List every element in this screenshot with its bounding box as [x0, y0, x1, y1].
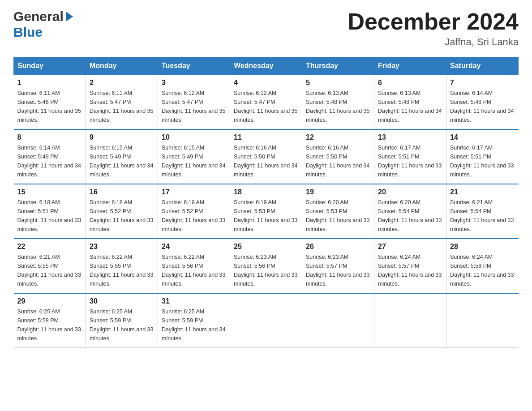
day-cell: 20 Sunrise: 6:20 AMSunset: 5:54 PMDaylig… — [374, 184, 446, 239]
header-row: SundayMondayTuesdayWednesdayThursdayFrid… — [14, 57, 519, 75]
day-number: 12 — [306, 133, 370, 141]
day-cell: 12 Sunrise: 6:16 AMSunset: 5:50 PMDaylig… — [302, 129, 374, 184]
day-info: Sunrise: 6:12 AMSunset: 5:47 PMDaylight:… — [234, 89, 298, 124]
day-cell: 21 Sunrise: 6:21 AMSunset: 5:54 PMDaylig… — [446, 184, 519, 239]
header-cell-monday: Monday — [86, 57, 158, 75]
day-info: Sunrise: 6:16 AMSunset: 5:50 PMDaylight:… — [234, 143, 298, 179]
day-cell: 13 Sunrise: 6:17 AMSunset: 5:51 PMDaylig… — [374, 129, 446, 184]
day-number: 26 — [306, 243, 370, 251]
day-number: 31 — [162, 297, 226, 305]
day-info: Sunrise: 6:22 AMSunset: 5:56 PMDaylight:… — [162, 253, 226, 288]
header-cell-tuesday: Tuesday — [158, 57, 230, 75]
day-cell: 10 Sunrise: 6:15 AMSunset: 5:49 PMDaylig… — [158, 129, 230, 184]
day-number: 25 — [234, 243, 298, 251]
day-cell: 31 Sunrise: 6:25 AMSunset: 5:59 PMDaylig… — [158, 293, 230, 348]
calendar-body: 1 Sunrise: 6:11 AMSunset: 5:46 PMDayligh… — [14, 75, 519, 348]
day-number: 16 — [90, 188, 154, 196]
day-number: 23 — [90, 243, 154, 251]
header-cell-sunday: Sunday — [14, 57, 86, 75]
header-cell-saturday: Saturday — [446, 57, 519, 75]
header-cell-wednesday: Wednesday — [230, 57, 302, 75]
logo-blue-text: Blue — [13, 25, 43, 39]
week-row-3: 15 Sunrise: 6:18 AMSunset: 5:51 PMDaylig… — [14, 184, 519, 239]
day-info: Sunrise: 6:24 AMSunset: 5:57 PMDaylight:… — [378, 253, 442, 288]
day-info: Sunrise: 6:13 AMSunset: 5:48 PMDaylight:… — [306, 89, 370, 124]
day-number: 14 — [450, 133, 515, 141]
calendar-header: SundayMondayTuesdayWednesdayThursdayFrid… — [14, 57, 519, 75]
day-cell: 19 Sunrise: 6:20 AMSunset: 5:53 PMDaylig… — [302, 184, 374, 239]
day-cell: 9 Sunrise: 6:15 AMSunset: 5:49 PMDayligh… — [86, 129, 158, 184]
day-info: Sunrise: 6:19 AMSunset: 5:53 PMDaylight:… — [234, 198, 298, 234]
day-info: Sunrise: 6:15 AMSunset: 5:49 PMDaylight:… — [162, 143, 226, 179]
day-info: Sunrise: 6:25 AMSunset: 5:59 PMDaylight:… — [90, 307, 154, 343]
day-info: Sunrise: 6:15 AMSunset: 5:49 PMDaylight:… — [90, 143, 154, 179]
day-number: 22 — [17, 243, 82, 251]
day-info: Sunrise: 6:22 AMSunset: 5:55 PMDaylight:… — [90, 253, 154, 288]
day-cell: 28 Sunrise: 6:24 AMSunset: 5:58 PMDaylig… — [446, 239, 519, 293]
day-number: 19 — [306, 188, 370, 196]
logo: General Blue — [13, 9, 73, 40]
day-cell: 23 Sunrise: 6:22 AMSunset: 5:55 PMDaylig… — [86, 239, 158, 293]
day-cell: 5 Sunrise: 6:13 AMSunset: 5:48 PMDayligh… — [302, 75, 374, 129]
page-header: General Blue December 2024 Jaffna, Sri L… — [13, 9, 519, 48]
day-number: 2 — [90, 79, 154, 87]
day-info: Sunrise: 6:23 AMSunset: 5:57 PMDaylight:… — [306, 253, 370, 288]
day-info: Sunrise: 6:20 AMSunset: 5:54 PMDaylight:… — [378, 198, 442, 234]
day-cell: 7 Sunrise: 6:14 AMSunset: 5:48 PMDayligh… — [446, 75, 519, 129]
day-number: 18 — [234, 188, 298, 196]
day-cell: 30 Sunrise: 6:25 AMSunset: 5:59 PMDaylig… — [86, 293, 158, 348]
week-row-2: 8 Sunrise: 6:14 AMSunset: 5:49 PMDayligh… — [14, 129, 519, 184]
day-number: 8 — [17, 133, 82, 141]
day-cell — [446, 293, 519, 348]
day-info: Sunrise: 6:19 AMSunset: 5:52 PMDaylight:… — [162, 198, 226, 234]
day-info: Sunrise: 6:12 AMSunset: 5:47 PMDaylight:… — [162, 89, 226, 124]
day-cell — [374, 293, 446, 348]
day-info: Sunrise: 6:25 AMSunset: 5:58 PMDaylight:… — [17, 307, 82, 343]
day-cell: 22 Sunrise: 6:21 AMSunset: 5:55 PMDaylig… — [14, 239, 86, 293]
day-info: Sunrise: 6:23 AMSunset: 5:56 PMDaylight:… — [234, 253, 298, 288]
week-row-1: 1 Sunrise: 6:11 AMSunset: 5:46 PMDayligh… — [14, 75, 519, 129]
day-cell: 27 Sunrise: 6:24 AMSunset: 5:57 PMDaylig… — [374, 239, 446, 293]
header-cell-thursday: Thursday — [302, 57, 374, 75]
day-info: Sunrise: 6:13 AMSunset: 5:48 PMDaylight:… — [378, 89, 442, 124]
day-number: 5 — [306, 79, 370, 87]
day-info: Sunrise: 6:18 AMSunset: 5:52 PMDaylight:… — [90, 198, 154, 234]
calendar-table: SundayMondayTuesdayWednesdayThursdayFrid… — [13, 57, 519, 348]
day-info: Sunrise: 6:21 AMSunset: 5:55 PMDaylight:… — [17, 253, 82, 288]
day-cell: 25 Sunrise: 6:23 AMSunset: 5:56 PMDaylig… — [230, 239, 302, 293]
logo-general-text: General — [13, 9, 64, 25]
day-info: Sunrise: 6:18 AMSunset: 5:51 PMDaylight:… — [17, 198, 82, 234]
day-cell — [230, 293, 302, 348]
day-cell: 4 Sunrise: 6:12 AMSunset: 5:47 PMDayligh… — [230, 75, 302, 129]
day-info: Sunrise: 6:25 AMSunset: 5:59 PMDaylight:… — [162, 307, 226, 343]
day-cell: 15 Sunrise: 6:18 AMSunset: 5:51 PMDaylig… — [14, 184, 86, 239]
day-number: 3 — [162, 79, 226, 87]
day-info: Sunrise: 6:14 AMSunset: 5:48 PMDaylight:… — [450, 89, 515, 124]
day-number: 13 — [378, 133, 442, 141]
day-info: Sunrise: 6:24 AMSunset: 5:58 PMDaylight:… — [450, 253, 515, 288]
day-cell: 24 Sunrise: 6:22 AMSunset: 5:56 PMDaylig… — [158, 239, 230, 293]
day-info: Sunrise: 6:11 AMSunset: 5:47 PMDaylight:… — [90, 89, 154, 124]
day-number: 28 — [450, 243, 515, 251]
title-block: December 2024 Jaffna, Sri Lanka — [348, 9, 519, 48]
day-info: Sunrise: 6:11 AMSunset: 5:46 PMDaylight:… — [17, 89, 82, 124]
day-info: Sunrise: 6:17 AMSunset: 5:51 PMDaylight:… — [378, 143, 442, 179]
location-subtitle: Jaffna, Sri Lanka — [348, 36, 519, 48]
day-cell: 2 Sunrise: 6:11 AMSunset: 5:47 PMDayligh… — [86, 75, 158, 129]
day-number: 29 — [17, 297, 82, 305]
day-cell: 17 Sunrise: 6:19 AMSunset: 5:52 PMDaylig… — [158, 184, 230, 239]
day-number: 15 — [17, 188, 82, 196]
day-cell: 26 Sunrise: 6:23 AMSunset: 5:57 PMDaylig… — [302, 239, 374, 293]
month-year-title: December 2024 — [348, 9, 519, 34]
day-cell: 16 Sunrise: 6:18 AMSunset: 5:52 PMDaylig… — [86, 184, 158, 239]
day-cell: 8 Sunrise: 6:14 AMSunset: 5:49 PMDayligh… — [14, 129, 86, 184]
day-number: 30 — [90, 297, 154, 305]
week-row-5: 29 Sunrise: 6:25 AMSunset: 5:58 PMDaylig… — [14, 293, 519, 348]
day-number: 17 — [162, 188, 226, 196]
day-cell: 6 Sunrise: 6:13 AMSunset: 5:48 PMDayligh… — [374, 75, 446, 129]
header-cell-friday: Friday — [374, 57, 446, 75]
day-cell: 1 Sunrise: 6:11 AMSunset: 5:46 PMDayligh… — [14, 75, 86, 129]
week-row-4: 22 Sunrise: 6:21 AMSunset: 5:55 PMDaylig… — [14, 239, 519, 293]
day-info: Sunrise: 6:16 AMSunset: 5:50 PMDaylight:… — [306, 143, 370, 179]
day-number: 10 — [162, 133, 226, 141]
